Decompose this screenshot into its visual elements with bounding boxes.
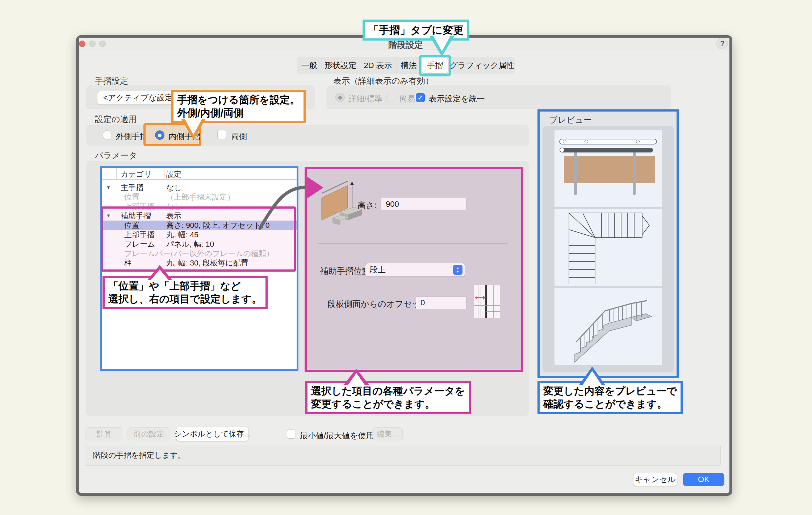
minimize-traffic-light[interactable] (89, 41, 96, 47)
both-sides-checkbox[interactable] (217, 130, 226, 139)
table-row-position-aux-selected[interactable]: 位置 高さ: 900, 段上, オフセット: 0 (102, 221, 297, 230)
unify-display-label: 表示設定を統一 (429, 93, 485, 104)
offset-label: 段板側面からのオフセット: (327, 298, 411, 310)
height-input[interactable]: 900 (381, 198, 466, 211)
panel-divider (318, 243, 508, 244)
table-header: カテゴリ 設定 (102, 168, 297, 180)
column-setting: 設定 (166, 169, 181, 179)
offset-input[interactable]: 0 (416, 296, 466, 309)
preview-3d-image (554, 288, 662, 365)
offset-diagram-icon (474, 285, 500, 318)
minmax-label: 最小値/最大値を使用 (300, 430, 374, 441)
cancel-button[interactable]: キャンセル (633, 473, 677, 486)
table-row-top-rail-main[interactable]: 上部手摺 なし (102, 202, 297, 211)
outer-railing-radio[interactable] (102, 130, 112, 140)
column-category: カテゴリ (121, 169, 152, 179)
stepper-icon[interactable]: ▲▼ (453, 265, 462, 275)
both-sides-label: 両側 (231, 131, 247, 142)
previous-settings-button[interactable]: 前の設定 (127, 427, 170, 440)
disclosure-triangle-icon[interactable]: ▼ (106, 183, 114, 192)
display-section-label: 表示（詳細表示のみ有効） (333, 75, 434, 87)
calculate-button[interactable]: 計算 (85, 427, 123, 440)
help-button[interactable]: ? (716, 38, 728, 49)
table-row-aux-railing[interactable]: ▼ 補助手摺 表示 (102, 211, 297, 221)
edit-button[interactable]: 編集... (372, 427, 403, 440)
table-callout: 「位置」や「上部手摺」など 選択し、右の項目で設定します。 (102, 276, 268, 309)
window-title: 階段設定 (369, 39, 442, 51)
aux-position-dropdown[interactable]: 段上 ▲▼ (365, 263, 465, 277)
tab-general[interactable]: 一般 (297, 57, 322, 74)
parameters-label: パラメータ (95, 150, 137, 161)
preview-plan-image (554, 209, 662, 286)
inner-railing-label: 内側手摺 (168, 131, 200, 142)
simple-label: 簡易 (399, 93, 415, 104)
unify-display-checkbox[interactable]: ✓ (416, 93, 425, 102)
preview-label: プレビュー (549, 114, 592, 126)
tab-construction[interactable]: 構法 (397, 57, 421, 74)
detail-standard-radio[interactable] (335, 93, 345, 102)
save-as-symbol-button[interactable]: シンボルとして保存... (176, 427, 248, 441)
simple-radio[interactable] (386, 93, 395, 102)
ok-button[interactable]: OK (683, 473, 724, 486)
minmax-checkbox[interactable] (287, 430, 296, 439)
zoom-traffic-light[interactable] (99, 41, 106, 47)
screenshot-root: 階段設定 ? 一般 形状設定 2D 表示 構法 手摺 グラフィック属性 手摺設定… (0, 0, 812, 515)
tab-graphic-attributes[interactable]: グラフィック属性 (449, 57, 515, 74)
close-traffic-light[interactable] (79, 41, 85, 47)
railing-settings-label: 手摺設定 (95, 75, 128, 87)
status-bar: 階段の手摺を指定します。 (85, 445, 721, 466)
table-row-frame[interactable]: フレーム パネル, 幅: 10 (102, 239, 297, 249)
preview-callout: 変更した内容をプレビューで 確認することができます。 (537, 381, 683, 414)
tab-callout: 「手摺」タブに変更 (363, 20, 469, 41)
disclosure-triangle-icon[interactable]: ▼ (106, 211, 114, 221)
aux-position-label: 補助手摺位置: (320, 265, 372, 277)
tab-shape-settings[interactable]: 形状設定 (322, 57, 359, 74)
detail-callout: 選択した項目の各種パラメータを 変更することができます。 (305, 381, 471, 414)
tab-handrail[interactable]: 手摺 (422, 58, 448, 73)
tab-handrail-label: 手摺 (427, 60, 443, 71)
height-label: 高さ: (351, 200, 377, 211)
inner-railing-radio[interactable] (155, 130, 164, 140)
apply-groupbox (86, 125, 529, 146)
table-row-post[interactable]: 柱 丸, 幅: 30, 段板毎に配置 (102, 258, 297, 268)
aux-position-value: 段上 (370, 264, 386, 275)
table-row-main-railing[interactable]: ▼ 主手摺 なし (102, 183, 297, 192)
apply-callout: 手摺をつける箇所を設定。 外側/内側/両側 (171, 90, 306, 123)
table-row-top-rail-aux[interactable]: 上部手摺 丸, 幅: 45 (102, 230, 297, 239)
outer-railing-label: 外側手摺 (116, 131, 148, 142)
table-row-frame-bar[interactable]: フレームバー （バー以外のフレームの種類） (102, 249, 297, 258)
parameter-table: カテゴリ 設定 ▼ 主手摺 なし 位置 （上部手摺未設定） 上部手摺 なし ▼ … (100, 166, 298, 371)
detail-standard-label: 詳細/標準 (348, 93, 382, 104)
tab-2d-display[interactable]: 2D 表示 (359, 57, 397, 74)
table-row-position-main[interactable]: 位置 （上部手摺未設定） (102, 192, 297, 202)
tab-bar: 一般 形状設定 2D 表示 構法 手摺 グラフィック属性 (297, 57, 515, 74)
apply-section-label: 設定の適用 (95, 114, 137, 125)
preview-elevation-image (554, 130, 662, 207)
